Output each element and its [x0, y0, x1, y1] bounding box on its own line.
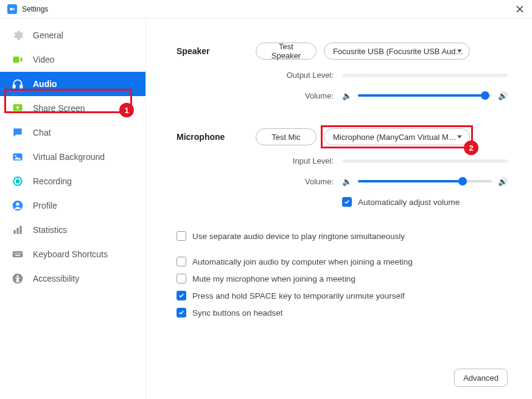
checkbox-label-syncHeadset: Sync buttons on headset: [192, 308, 283, 317]
zoom-logo-icon: [7, 4, 17, 14]
sidebar-item-virtual-background[interactable]: Virtual Background: [0, 145, 145, 169]
sidebar-item-accessibility[interactable]: Accessibility: [0, 266, 145, 291]
sidebar-item-label: General: [33, 30, 63, 40]
checkbox-autoJoinAudio[interactable]: [177, 257, 186, 266]
sidebar: General Video Audio Share Screen Chat Vi…: [0, 18, 146, 399]
svg-rect-0: [10, 7, 13, 10]
microphone-section: Microphone Test Mic Microphone (ManyCam …: [177, 128, 508, 214]
section-heading-microphone: Microphone: [177, 128, 256, 214]
svg-rect-16: [16, 253, 18, 254]
annotation-badge-2: 2: [464, 141, 478, 155]
option-row-muteOnJoin: Mute my microphone when joining a meetin…: [177, 274, 508, 283]
microphone-input-level-meter: [342, 159, 508, 163]
sidebar-item-recording[interactable]: Recording: [0, 169, 145, 193]
keyboard-icon: [11, 248, 24, 261]
sidebar-item-label: Keyboard Shortcuts: [33, 249, 108, 259]
video-icon: [11, 53, 24, 66]
sidebar-item-video[interactable]: Video: [0, 47, 145, 72]
sidebar-item-general[interactable]: General: [0, 23, 145, 47]
headphones-icon: [11, 77, 24, 91]
sidebar-item-label: Audio: [33, 79, 57, 89]
settings-content: Speaker Test Speaker Focusrite USB (Focu…: [146, 18, 532, 399]
svg-point-10: [16, 203, 19, 206]
record-icon: [11, 175, 24, 188]
checkbox-syncHeadset[interactable]: [177, 308, 186, 317]
svg-rect-12: [16, 228, 18, 234]
sidebar-item-label: Chat: [33, 128, 51, 137]
speaker-volume-label: Volume:: [279, 91, 334, 100]
svg-rect-14: [13, 251, 23, 257]
microphone-volume-label: Volume:: [279, 177, 334, 186]
sidebar-item-label: Statistics: [33, 225, 67, 235]
option-row-separateRingtone: Use separate audio device to play ringto…: [177, 231, 508, 241]
output-level-label: Output Level:: [279, 71, 334, 80]
accessibility-icon: [11, 272, 24, 285]
annotation-badge-1: 1: [119, 103, 134, 117]
checkbox-label-pushToTalk: Press and hold SPACE key to temporarily …: [192, 291, 405, 300]
svg-rect-18: [20, 253, 21, 254]
audio-options: Use separate audio device to play ringto…: [177, 231, 508, 317]
svg-rect-3: [20, 85, 22, 88]
test-speaker-button[interactable]: Test Speaker: [256, 43, 317, 60]
sidebar-item-profile[interactable]: Profile: [0, 193, 145, 218]
window-title: Settings: [22, 5, 48, 13]
close-icon: [516, 5, 523, 13]
svg-rect-15: [14, 253, 15, 254]
microphone-device-select[interactable]: Microphone (ManyCam Virtual M…: [324, 128, 470, 145]
section-heading-speaker: Speaker: [177, 43, 256, 111]
sidebar-item-chat[interactable]: Chat: [0, 120, 145, 145]
svg-rect-19: [15, 255, 20, 256]
speaker-section: Speaker Test Speaker Focusrite USB (Focu…: [177, 43, 508, 111]
auto-adjust-volume-checkbox[interactable]: [342, 197, 352, 207]
microphone-device-value: Microphone (ManyCam Virtual M…: [333, 133, 457, 142]
speaker-device-value: Focusrite USB (Focusrite USB Aud…: [333, 47, 464, 56]
speaker-low-icon: 🔈: [342, 91, 352, 100]
speaker-volume-slider[interactable]: [358, 91, 492, 100]
gear-icon: [11, 29, 24, 42]
svg-point-6: [15, 155, 16, 157]
stats-icon: [11, 223, 24, 237]
speaker-device-select[interactable]: Focusrite USB (Focusrite USB Aud…: [324, 43, 470, 60]
svg-point-21: [16, 275, 18, 277]
option-row-pushToTalk: Press and hold SPACE key to temporarily …: [177, 291, 508, 300]
sidebar-item-label: Accessibility: [33, 274, 79, 283]
checkbox-label-autoJoinAudio: Automatically join audio by computer whe…: [192, 257, 413, 266]
mic-high-icon: 🔊: [498, 177, 508, 186]
svg-rect-17: [18, 253, 19, 254]
sidebar-item-audio[interactable]: Audio: [0, 72, 145, 96]
option-row-syncHeadset: Sync buttons on headset: [177, 308, 508, 317]
auto-adjust-volume-label: Automatically adjust volume: [358, 198, 460, 207]
checkbox-separateRingtone[interactable]: [177, 231, 186, 241]
checkbox-pushToTalk[interactable]: [177, 291, 186, 300]
svg-rect-1: [13, 57, 19, 63]
svg-rect-11: [13, 230, 15, 234]
svg-point-8: [16, 180, 19, 183]
sidebar-item-label: Virtual Background: [33, 152, 105, 162]
sidebar-item-keyboard-shortcuts[interactable]: Keyboard Shortcuts: [0, 242, 145, 266]
advanced-button-wrap: Advanced: [454, 369, 508, 387]
profile-icon: [11, 199, 24, 212]
close-button[interactable]: [515, 4, 525, 14]
sidebar-item-label: Share Screen: [33, 103, 85, 113]
input-level-label: Input Level:: [279, 156, 334, 165]
titlebar: Settings: [0, 0, 532, 18]
image-icon: [11, 150, 24, 164]
svg-rect-2: [13, 85, 15, 88]
sidebar-item-statistics[interactable]: Statistics: [0, 218, 145, 242]
speaker-high-icon: 🔊: [498, 91, 508, 100]
speaker-output-level-meter: [342, 74, 508, 77]
mic-low-icon: 🔈: [342, 177, 352, 186]
advanced-button[interactable]: Advanced: [454, 369, 508, 387]
svg-rect-13: [19, 226, 21, 234]
checkbox-label-muteOnJoin: Mute my microphone when joining a meetin…: [192, 274, 355, 283]
checkbox-label-separateRingtone: Use separate audio device to play ringto…: [192, 232, 405, 241]
checkbox-muteOnJoin[interactable]: [177, 274, 186, 283]
test-mic-button[interactable]: Test Mic: [256, 128, 317, 145]
sidebar-item-label: Recording: [33, 176, 72, 186]
sidebar-item-label: Profile: [33, 201, 57, 210]
sidebar-item-label: Video: [33, 55, 55, 64]
share-icon: [11, 102, 24, 115]
microphone-volume-slider[interactable]: [358, 176, 492, 186]
chat-icon: [11, 126, 24, 139]
option-row-autoJoinAudio: Automatically join audio by computer whe…: [177, 257, 508, 266]
